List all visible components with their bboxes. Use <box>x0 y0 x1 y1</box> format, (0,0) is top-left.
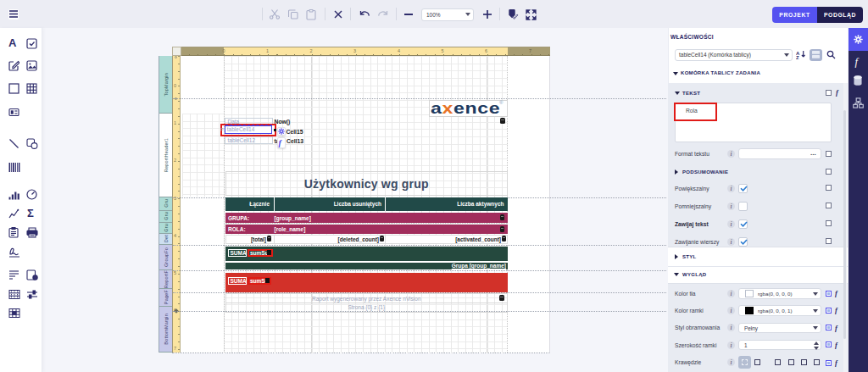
svg-text:Z: Z <box>796 55 799 59</box>
svg-text:i: i <box>35 275 36 280</box>
